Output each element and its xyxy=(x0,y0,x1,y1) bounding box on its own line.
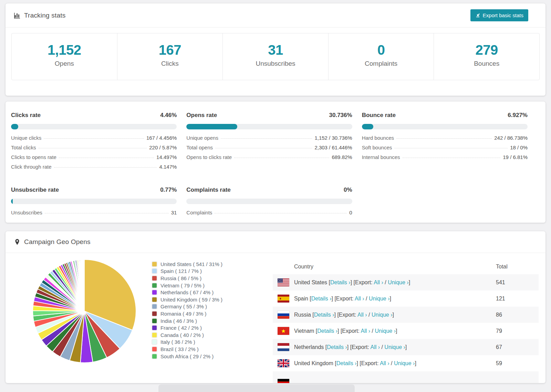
legend-swatch xyxy=(152,269,157,273)
country-row xyxy=(273,371,539,383)
progress-bar xyxy=(186,199,352,204)
geo-table-header: Country Total xyxy=(273,259,539,274)
legend-item-romania: Romania ( 49 / 3% ) xyxy=(152,310,256,317)
stat-value: 0 xyxy=(377,42,385,58)
rate-panel-title: Opens rate xyxy=(186,112,217,119)
rate-panel-clicks-rate: Clicks rate4.46%Unique clicks167 / 4.456… xyxy=(11,112,177,173)
stat-value: 31 xyxy=(268,42,283,58)
country-name: United States [ xyxy=(294,279,330,285)
details-link[interactable]: Details › xyxy=(336,360,357,366)
stat-card-clicks: 167Clicks xyxy=(117,33,223,80)
summary-stats-band: 1,152Opens167Clicks31Unsubscribes0Compla… xyxy=(11,33,540,80)
stat-value: 1,152 xyxy=(48,42,81,58)
legend-item-south-africa: South Africa ( 29 / 2% ) xyxy=(152,353,256,360)
details-link[interactable]: Details › xyxy=(311,296,332,301)
total-cell: 59 xyxy=(490,360,539,367)
stat-label: Clicks xyxy=(161,60,179,67)
export-unique-link[interactable]: Unique › xyxy=(375,328,395,334)
geo-header: Campaign Geo Opens xyxy=(6,231,545,253)
export-unique-link[interactable]: Unique › xyxy=(388,279,408,285)
export-basic-stats-button[interactable]: Export basic stats xyxy=(470,9,528,21)
rate-panel-head: Unsubscribe rate0.77% xyxy=(11,187,177,193)
country-name: United Kingdom [ xyxy=(294,360,336,366)
rate-row-value: 689.82% xyxy=(332,154,352,160)
details-link[interactable]: Details › xyxy=(330,279,351,285)
rate-rows: Unsubscribes31 xyxy=(11,210,177,219)
country-cell: United States [Details ›] [Export: All ›… xyxy=(294,279,490,286)
rate-row: Internal bounces19 / 6.81% xyxy=(362,154,528,164)
export-all-link[interactable]: All › xyxy=(357,312,367,318)
slash-text: / xyxy=(370,328,375,334)
rate-row-label: Clicks to opens rate xyxy=(11,154,56,160)
rate-panel-value: 0% xyxy=(344,187,352,193)
rate-row-label: Total clicks xyxy=(11,145,36,150)
campaign-geo-opens-card: Campaign Geo Opens United States ( 541 /… xyxy=(6,231,545,383)
pie-slice-other[interactable] xyxy=(84,259,84,311)
progress-bar xyxy=(11,199,177,204)
dotted-leader xyxy=(403,158,501,158)
export-unique-link[interactable]: Unique › xyxy=(369,296,389,301)
dotted-leader xyxy=(396,138,492,139)
tracking-stats-card: Tracking stats Export basic stats 1,152O… xyxy=(6,3,545,96)
rate-rows: Unique clicks167 / 4.456%Total clicks220… xyxy=(11,135,177,173)
legend-item-russia: Russia ( 86 / 5% ) xyxy=(152,275,256,282)
slash-text: / xyxy=(383,279,388,285)
legend-item-spain: Spain ( 121 / 7% ) xyxy=(152,268,256,275)
flag-cell xyxy=(278,278,294,286)
rate-panel-unsubscribe-rate: Unsubscribe rate0.77%Unsubscribes31 xyxy=(11,187,177,219)
stat-card-bounces: 279Bounces xyxy=(434,33,539,80)
total-cell: 86 xyxy=(490,312,539,318)
rate-row: Unsubscribes31 xyxy=(11,210,177,219)
export-all-link[interactable]: All › xyxy=(374,279,383,285)
flag-cell xyxy=(278,371,294,383)
export-all-link[interactable]: All › xyxy=(361,328,371,334)
flag-cell xyxy=(278,327,294,335)
dotted-leader xyxy=(45,213,169,213)
rate-row-label: Unique clicks xyxy=(11,135,41,141)
us-flag-icon xyxy=(278,278,289,286)
legend-swatch xyxy=(152,290,157,295)
rate-panel-title: Complaints rate xyxy=(186,187,230,193)
details-link[interactable]: Details › xyxy=(317,328,337,334)
export-unique-link[interactable]: Unique › xyxy=(384,344,405,350)
details-link[interactable]: Details › xyxy=(327,344,347,350)
rate-row-value: 2,303 / 61.446% xyxy=(314,145,352,150)
export-all-link[interactable]: All › xyxy=(370,344,380,350)
next-section-edge xyxy=(158,384,355,392)
dotted-leader xyxy=(44,138,144,139)
rate-panel-head: Bounce rate6.927% xyxy=(362,112,528,119)
stat-card-opens: 1,152Opens xyxy=(12,33,117,80)
export-all-link[interactable]: All › xyxy=(380,360,389,366)
slash-text: / xyxy=(367,312,372,318)
country-row-spain: Spain [Details ›] [Export: All › / Uniqu… xyxy=(273,290,539,307)
rate-row: Hard bounces242 / 86.738% xyxy=(362,135,528,145)
legend-item-germany: Germany ( 55 / 3% ) xyxy=(152,303,256,310)
legend-swatch xyxy=(152,340,157,344)
rate-row: Clicks to opens rate14.497% xyxy=(11,154,177,164)
rate-row-value: 0 xyxy=(349,210,352,215)
rate-row: Total opens2,303 / 61.446% xyxy=(186,145,352,154)
stat-label: Unsubscribes xyxy=(256,60,295,67)
export-unique-link[interactable]: Unique › xyxy=(372,312,392,318)
rate-panel-head: Opens rate30.736% xyxy=(186,112,352,119)
details-link[interactable]: Details › xyxy=(314,312,334,318)
gb-flag-icon xyxy=(278,359,289,367)
tracking-stats-page: Tracking stats Export basic stats 1,152O… xyxy=(0,0,551,392)
rate-panel-opens-rate: Opens rate30.736%Unique opens1,152 / 30.… xyxy=(186,112,352,173)
export-unique-link[interactable]: Unique › xyxy=(394,360,415,366)
es-flag-icon xyxy=(278,295,289,303)
rate-row-value: 14.497% xyxy=(156,154,177,160)
total-column-header: Total xyxy=(490,264,539,270)
rate-panel-value: 0.77% xyxy=(160,187,177,193)
rate-row-label: Internal bounces xyxy=(362,154,400,160)
rate-panel-value: 4.46% xyxy=(160,112,177,119)
stat-card-complaints: 0Complaints xyxy=(329,33,434,80)
legend-swatch xyxy=(152,311,157,316)
geo-table: Country Total United States [Details ›] … xyxy=(273,255,539,383)
export-all-link[interactable]: All › xyxy=(355,296,364,301)
country-row-russia: Russia [Details ›] [Export: All › / Uniq… xyxy=(273,307,539,323)
legend-swatch xyxy=(152,333,157,337)
ru-flag-icon xyxy=(278,311,289,319)
stat-label: Complaints xyxy=(365,60,397,67)
progress-bar xyxy=(11,124,177,129)
